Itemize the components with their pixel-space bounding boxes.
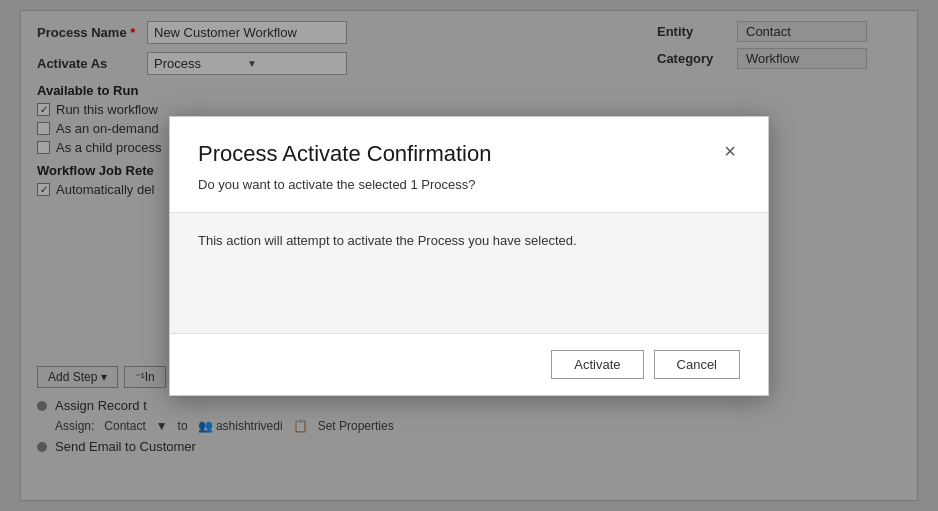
modal-title: Process Activate Confirmation [198,141,491,167]
activate-button[interactable]: Activate [551,350,643,379]
modal-close-button[interactable]: × [720,141,740,161]
cancel-button[interactable]: Cancel [654,350,740,379]
modal-footer: Activate Cancel [170,334,768,395]
modal-header: Process Activate Confirmation × [170,117,768,177]
modal-body-text: This action will attempt to activate the… [198,233,577,248]
modal-dialog: Process Activate Confirmation × Do you w… [169,116,769,396]
modal-subtitle: Do you want to activate the selected 1 P… [170,177,768,212]
modal-overlay: Process Activate Confirmation × Do you w… [0,0,938,511]
modal-body: This action will attempt to activate the… [170,212,768,334]
